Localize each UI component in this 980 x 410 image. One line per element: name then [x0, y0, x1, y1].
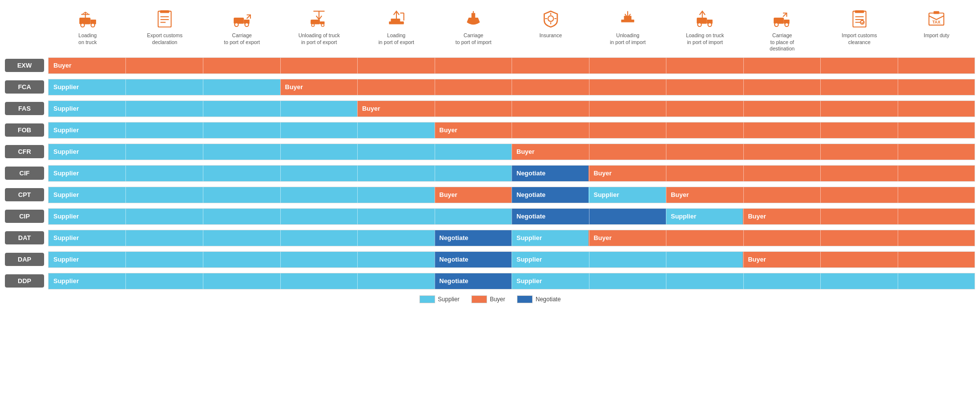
loading-truck-port-import-icon	[696, 7, 714, 30]
segment-cip-1: Negotiate	[512, 209, 666, 224]
segment-exw-0: Buyer	[49, 58, 975, 73]
col-label-carriage-port-export: Carriageto port of export	[224, 32, 260, 46]
data-row-ddp: DDPSupplierNegotiateSupplier	[5, 273, 975, 289]
segment-cip-0: Supplier	[49, 209, 512, 224]
svg-line-49	[783, 13, 787, 17]
legend: Supplier Buyer Negotiate	[5, 295, 975, 303]
legend-buyer-label: Buyer	[490, 296, 505, 303]
segment-cif-2: Buyer	[588, 166, 975, 181]
col-carriage-port-export: Carriageto port of export	[203, 5, 281, 54]
row-bars-exw: Buyer	[48, 57, 975, 74]
row-label-exw: EXW	[5, 59, 44, 72]
segment-cpt-3: Supplier	[588, 187, 665, 203]
unloading-truck-port-export-icon	[310, 7, 328, 30]
svg-rect-51	[855, 10, 864, 13]
row-bars-cif: SupplierNegotiateBuyer	[48, 165, 975, 182]
col-label-carriage-port-import: Carriageto port of import	[455, 32, 491, 46]
svg-point-43	[708, 23, 711, 27]
data-row-dap: DAPSupplierNegotiateSupplierBuyer	[5, 251, 975, 268]
segment-ddp-1: Negotiate	[435, 273, 512, 289]
row-label-cif: CIF	[5, 167, 44, 180]
data-row-cpt: CPTSupplierBuyerNegotiateSupplierBuyer	[5, 187, 975, 203]
segment-fca-0: Supplier	[49, 79, 280, 95]
segment-cif-0: Supplier	[49, 166, 512, 181]
row-bars-fca: SupplierBuyer	[48, 79, 975, 96]
col-label-insurance: Insurance	[539, 32, 562, 39]
col-label-loading-truck-port-import: Loading on truckin port of import	[686, 32, 724, 46]
legend-negotiate-box	[517, 295, 533, 303]
import-duty-icon: TAX	[927, 7, 946, 30]
row-bars-fob: SupplierBuyer	[48, 122, 975, 139]
col-import-customs: Import customsclearance	[821, 5, 898, 54]
svg-point-3	[91, 24, 95, 27]
col-carriage-destination: Carriageto place ofdestination	[744, 5, 821, 54]
segment-cpt-4: Buyer	[666, 187, 975, 203]
svg-point-32	[548, 16, 553, 21]
svg-rect-8	[158, 11, 172, 27]
svg-point-42	[698, 23, 702, 27]
row-bars-cpt: SupplierBuyerNegotiateSupplierBuyer	[48, 187, 975, 203]
unloading-port-import-icon	[618, 7, 637, 30]
col-carriage-port-import: Carriageto port of import	[435, 5, 513, 54]
svg-rect-18	[311, 20, 320, 24]
col-label-import-customs: Import customsclearance	[842, 32, 877, 46]
svg-rect-57	[934, 11, 939, 14]
col-label-export-customs: Export customsdeclaration	[147, 32, 182, 46]
segment-fob-0: Supplier	[49, 122, 435, 138]
col-label-unloading-truck-port-export: Unloading of truckin port of export	[298, 32, 340, 46]
legend-negotiate-label: Negotiate	[536, 296, 561, 303]
segment-dat-1: Negotiate	[435, 230, 512, 246]
col-label-carriage-destination: Carriageto place ofdestination	[770, 32, 795, 52]
col-label-unloading-port-import: Unloadingin port of import	[610, 32, 646, 46]
loading-port-export-icon	[387, 7, 406, 30]
row-label-fas: FAS	[5, 102, 44, 115]
svg-point-20	[312, 24, 315, 26]
data-rows: EXWBuyerFCASupplierBuyerFASSupplierBuyer…	[5, 57, 975, 289]
segment-fas-0: Supplier	[49, 101, 357, 117]
svg-rect-31	[469, 19, 478, 20]
data-row-cif: CIFSupplierNegotiateBuyer	[5, 165, 975, 182]
row-label-dap: DAP	[5, 253, 44, 266]
data-row-fob: FOBSupplierBuyer	[5, 122, 975, 139]
col-unloading-port-import: Unloadingin port of import	[589, 5, 667, 54]
svg-text:TAX: TAX	[932, 20, 941, 24]
segment-dap-0: Supplier	[49, 252, 435, 267]
row-label-cfr: CFR	[5, 145, 44, 158]
col-label-loading-on-truck: Loadingon truck	[78, 32, 97, 46]
row-bars-cfr: SupplierBuyer	[48, 144, 975, 160]
svg-rect-29	[471, 13, 475, 19]
segment-dap-2: Supplier	[512, 252, 743, 267]
insurance-icon	[541, 7, 560, 30]
svg-point-2	[81, 24, 85, 27]
loading-on-truck-icon	[78, 7, 97, 30]
segment-cpt-1: Buyer	[435, 187, 512, 203]
col-loading-port-export: Loadingin port of export	[358, 5, 435, 54]
col-loading-on-truck: Loadingon truck	[49, 5, 126, 54]
segment-cif-1: Negotiate	[512, 166, 588, 181]
svg-point-47	[775, 23, 779, 27]
data-row-exw: EXWBuyer	[5, 57, 975, 74]
export-customs-icon	[155, 7, 174, 30]
svg-rect-50	[853, 11, 866, 27]
data-row-dat: DATSupplierNegotiateSupplierBuyer	[5, 230, 975, 246]
row-label-ddp: DDP	[5, 274, 44, 288]
row-bars-fas: SupplierBuyer	[48, 100, 975, 117]
row-bars-cip: SupplierNegotiateSupplierBuyer	[48, 208, 975, 225]
segment-dap-1: Negotiate	[435, 252, 512, 267]
col-label-import-duty: Import duty	[924, 32, 950, 39]
carriage-port-export-icon	[233, 7, 251, 30]
import-customs-icon	[850, 7, 869, 30]
svg-point-48	[785, 23, 789, 27]
svg-point-21	[321, 24, 324, 26]
svg-point-15	[235, 23, 239, 27]
legend-buyer-box	[471, 295, 487, 303]
header-row: Loadingon truck Export customsdeclaratio…	[49, 5, 975, 54]
row-label-fca: FCA	[5, 80, 44, 94]
segment-cpt-2: Negotiate	[512, 187, 588, 203]
row-bars-dat: SupplierNegotiateSupplierBuyer	[48, 230, 975, 246]
segment-ddp-2: Supplier	[512, 273, 975, 289]
main-container: Loadingon truck Export customsdeclaratio…	[0, 0, 980, 313]
col-import-duty: TAX Import duty	[898, 5, 976, 54]
segment-dat-3: Buyer	[588, 230, 975, 246]
data-row-fas: FASSupplierBuyer	[5, 100, 975, 117]
